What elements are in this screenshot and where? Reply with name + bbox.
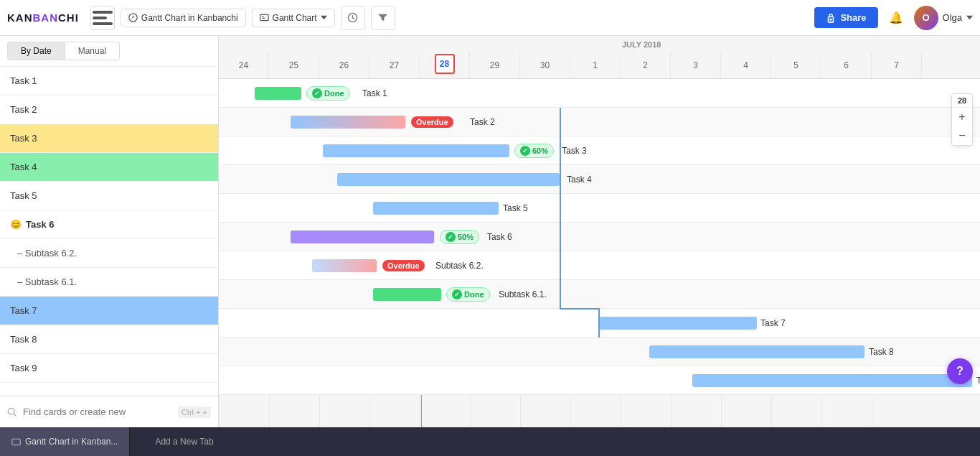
svg-point-7	[831, 19, 832, 20]
search-bar: Ctrl + +	[0, 396, 218, 427]
bar-label-task7: Task 7	[760, 318, 786, 328]
dep-line-task7	[560, 129, 603, 345]
badge-done-task1: ✓ Done	[306, 86, 350, 101]
search-icon	[7, 407, 17, 417]
bar-label-task1: Task 1	[362, 88, 387, 98]
bar-subtask61[interactable]	[373, 288, 441, 301]
gantt-row-task1: ✓ Done Task 1	[219, 79, 980, 108]
bar-label-task8: Task 8	[869, 347, 894, 357]
add-tab-button[interactable]: Add a New Tab	[130, 427, 225, 456]
list-item[interactable]: Task 1	[0, 67, 218, 96]
gantt-day-2: 2	[621, 52, 671, 78]
badge-percent-task3: ✓ 60%	[514, 144, 554, 158]
gantt-day-29: 29	[470, 52, 520, 78]
gantt-day-26: 26	[319, 52, 369, 78]
gantt-row-task7: Task 7	[219, 309, 980, 338]
history-button[interactable]	[341, 6, 365, 30]
tab-icon	[11, 437, 21, 447]
by-date-button[interactable]: By Date	[7, 42, 65, 60]
gantt-header: JULY 2018 242526272829301234567	[219, 36, 980, 79]
gantt-day-4: 4	[721, 52, 771, 78]
bar-label-task5: Task 5	[503, 203, 528, 213]
gantt-view-button[interactable]: Gantt Chart	[252, 9, 335, 27]
list-item[interactable]: 😊Task 6	[0, 210, 218, 239]
bar-task6[interactable]	[291, 231, 434, 243]
add-tab-label: Add a New Tab	[155, 437, 213, 447]
svg-rect-11	[12, 439, 20, 445]
zoom-date: 28	[953, 94, 971, 108]
svg-rect-4	[260, 14, 268, 20]
zoom-in-button[interactable]: +	[952, 108, 972, 126]
gantt-day-7: 7	[872, 52, 922, 78]
bar-label-task6: Task 6	[487, 232, 512, 242]
tab-label: Gantt Chart in Kanban...	[25, 437, 118, 447]
bar-label-subtask61: Subtask 6.1.	[499, 289, 547, 299]
bar-task4[interactable]	[337, 173, 560, 186]
user-menu[interactable]: O Olga	[914, 6, 973, 30]
list-item[interactable]: Task 9	[0, 354, 218, 383]
list-item[interactable]: – Subtask 6.2.	[0, 239, 218, 268]
gantt-day-1: 1	[570, 52, 621, 78]
bar-task7[interactable]	[599, 317, 757, 330]
bar-label-task9: Task 9	[976, 376, 980, 386]
bar-task1[interactable]	[255, 87, 301, 100]
gantt-row-task9: Task 9	[219, 366, 980, 395]
tab-bar: Gantt Chart in Kanban... Add a New Tab	[0, 427, 980, 456]
list-item[interactable]: Task 2	[0, 96, 218, 124]
bar-subtask62[interactable]	[312, 259, 377, 272]
list-item[interactable]: Task 3	[0, 124, 218, 153]
list-item[interactable]: Task 4	[0, 153, 218, 182]
app-logo: KANBANCHI	[7, 11, 79, 24]
list-item[interactable]: – Subtask 6.1.	[0, 268, 218, 297]
gantt-area: JULY 2018 242526272829301234567 ✓ Done T…	[219, 36, 980, 427]
bar-task8[interactable]	[649, 345, 864, 358]
bar-label-subtask62: Subtask 6.2.	[435, 261, 484, 271]
manual-button[interactable]: Manual	[65, 42, 120, 60]
bar-label-task2: Task 2	[470, 117, 495, 127]
gantt-chart-title-button[interactable]: Gantt Chart in Kanbanchi	[121, 9, 246, 27]
search-shortcut: Ctrl + +	[178, 406, 211, 418]
zoom-controls: 28 + −	[951, 93, 973, 146]
task-list: Task 1 Task 2 Task 3 Task 4 Task 5 😊Task…	[0, 67, 218, 396]
help-button[interactable]: ?	[947, 358, 973, 384]
svg-point-8	[8, 408, 14, 414]
list-item[interactable]: Task 7	[0, 297, 218, 325]
bar-task2[interactable]	[291, 116, 405, 129]
gantt-row-task8: Task 8	[219, 338, 980, 366]
gantt-title-label: Gantt Chart in Kanbanchi	[141, 13, 238, 23]
add-icon	[141, 437, 151, 447]
gantt-day-30: 30	[520, 52, 570, 78]
gantt-day-28: 28	[420, 52, 470, 78]
view-switcher: By Date Manual	[0, 36, 218, 67]
month-row: JULY 2018	[219, 36, 980, 52]
main-content: By Date Manual Task 1 Task 2 Task 3 Task…	[0, 36, 980, 427]
bar-task5[interactable]	[373, 202, 499, 215]
gantt-day-24: 24	[219, 52, 269, 78]
gantt-day-25: 25	[269, 52, 319, 78]
list-item[interactable]: Task 5	[0, 182, 218, 210]
gantt-day-3: 3	[671, 52, 721, 78]
topbar: KANBANCHI Gantt Chart in Kanbanchi Gantt…	[0, 0, 980, 36]
month-label: JULY 2018	[613, 40, 661, 49]
share-button[interactable]: Share	[814, 7, 877, 28]
badge-overdue-task2: Overdue	[411, 116, 453, 128]
svg-rect-2	[93, 22, 113, 25]
list-item[interactable]: Task 8	[0, 325, 218, 354]
avatar: O	[914, 6, 938, 30]
badge-overdue-subtask62: Overdue	[382, 260, 425, 271]
gantt-day-27: 27	[369, 52, 420, 78]
gantt-day-6: 6	[821, 52, 872, 78]
share-label: Share	[840, 12, 866, 23]
filter-button[interactable]	[371, 6, 395, 30]
gantt-day-5: 5	[771, 52, 821, 78]
days-row: 242526272829301234567	[219, 52, 980, 78]
sidebar-toggle-button[interactable]	[90, 6, 115, 30]
badge-percent-task6: ✓ 50%	[440, 230, 479, 244]
bar-task3[interactable]	[323, 144, 509, 157]
search-input[interactable]	[23, 406, 172, 417]
bar-task9[interactable]	[692, 374, 972, 387]
tab-gantt[interactable]: Gantt Chart in Kanban...	[0, 427, 130, 456]
gantt-view-label: Gantt Chart	[273, 13, 317, 23]
notifications-button[interactable]: 🔔	[884, 6, 908, 30]
zoom-out-button[interactable]: −	[952, 126, 972, 145]
